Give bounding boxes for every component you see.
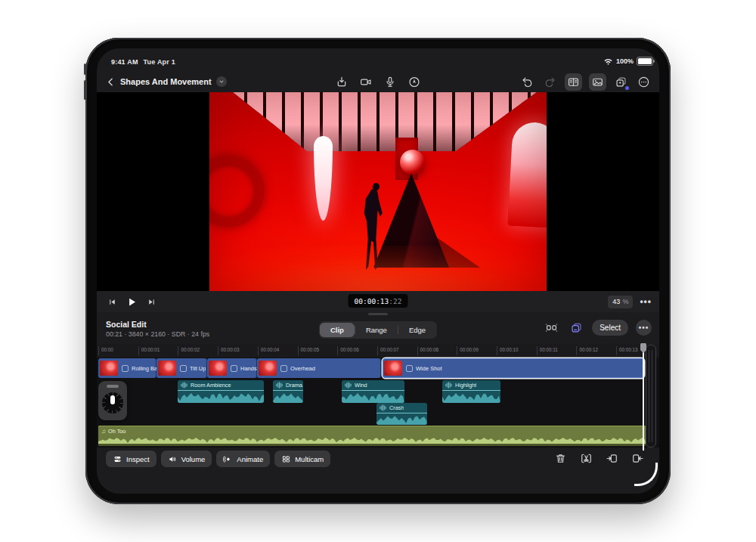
undo-icon[interactable] [519, 74, 535, 90]
import-icon[interactable] [334, 74, 350, 90]
clips-star-icon[interactable] [613, 74, 629, 90]
nav-right-icons [519, 71, 652, 92]
viewer-zoom-button[interactable]: 43 % [608, 296, 633, 308]
clip-name: Overhead [290, 365, 315, 372]
clip-name: Room Ambience [191, 382, 231, 389]
timeline-project-name: Social Edit [106, 320, 147, 329]
ruler-tick: 00:00:09 [457, 346, 457, 355]
blade-icon[interactable] [578, 451, 594, 466]
button-label: Inspect [126, 455, 150, 463]
animate-button[interactable]: Animate [216, 451, 270, 467]
project-right-controls: Select ••• [544, 320, 652, 336]
viewer-more-icon[interactable]: ••• [640, 299, 652, 305]
camera-icon[interactable] [358, 74, 374, 90]
video-clip-wide-shot[interactable]: Wide Shot [383, 358, 644, 378]
segment-range[interactable]: Range [355, 323, 398, 337]
inspect-button[interactable]: Inspect [106, 451, 156, 467]
battery-icon [637, 57, 653, 66]
ruler-tick: 00:00 [98, 346, 99, 355]
timecode-main: 00:00:13 [355, 297, 389, 305]
transport-bar: 00:00:13:22 43 % ••• [97, 291, 659, 312]
connect-overlay-icon[interactable] [569, 320, 584, 336]
status-indicators: 100% [603, 57, 653, 66]
edit-mode-segmented-control: ClipRangeEdge [319, 321, 437, 339]
playback-controls [106, 291, 158, 312]
select-button[interactable]: Select [592, 320, 628, 336]
timecode-display[interactable]: 00:00:13:22 [349, 294, 408, 308]
video-clip-rolling-ball[interactable]: Rolling Ball [98, 358, 156, 378]
jog-wheel[interactable] [98, 381, 127, 420]
video-clip-overhead[interactable]: Overhead [257, 358, 381, 378]
play-button[interactable] [125, 295, 139, 309]
audio-wave-icon [276, 382, 283, 389]
next-frame-icon[interactable] [145, 296, 158, 308]
jog-handle[interactable] [107, 385, 119, 388]
transport-right: 43 % ••• [608, 291, 652, 312]
music-clip[interactable]: ♫Oh Too [98, 426, 646, 446]
clip-badge-icon [231, 365, 237, 372]
ruler-tick: 00:00:13 [616, 346, 617, 355]
timeline-height-slider[interactable] [646, 345, 656, 448]
clip-badge-icon [180, 365, 187, 372]
clip-badge-icon [280, 365, 287, 372]
clip-name: Wind [355, 382, 367, 389]
more-icon[interactable] [636, 74, 652, 90]
notification-dot [625, 86, 629, 90]
clip-thumbnail [384, 361, 402, 376]
clip-name: Drama.. [286, 382, 303, 389]
audio-clip-crash[interactable]: Crash [376, 403, 427, 425]
battery-percent: 100% [616, 57, 634, 65]
volume-up-button [84, 63, 86, 75]
video-preview[interactable] [209, 92, 547, 291]
video-clip-hands[interactable]: Hands [207, 358, 257, 378]
clip-thumbnail [259, 361, 277, 376]
trash-icon[interactable] [553, 451, 569, 466]
timeline-more-icon[interactable]: ••• [636, 320, 652, 336]
audio-wave-icon [181, 382, 187, 389]
magnetic-timeline-icon[interactable] [544, 320, 559, 336]
timeline-ruler[interactable]: 00:0000:00:0100:00:0200:00:0300:00:0400:… [97, 344, 659, 358]
clip-name: Wide Shot [416, 365, 442, 372]
project-title[interactable]: Shapes And Movement [120, 77, 212, 86]
previous-frame-icon[interactable] [106, 296, 119, 308]
mic-icon[interactable] [383, 74, 398, 90]
segment-edge[interactable]: Edge [398, 323, 436, 337]
audio-clip-room-ambience[interactable]: Room Ambience [178, 380, 264, 403]
back-chevron-icon[interactable] [106, 77, 116, 87]
status-time: 9:41 AM [111, 58, 138, 66]
volume-button[interactable]: Volume [161, 451, 212, 467]
media-icon[interactable] [589, 73, 606, 91]
wifi-icon [603, 57, 613, 65]
nav-center-icons [334, 71, 423, 92]
audio-clip-drama-[interactable]: Drama.. [273, 380, 303, 403]
video-clip-tilt-up[interactable]: Tilt Up [156, 358, 207, 378]
multicam-button[interactable]: Multicam [274, 451, 330, 467]
viewer-area [97, 92, 659, 291]
ruler-tick: 00:00:08 [417, 346, 418, 355]
ipad-device: 9:41 AMTue Apr 1 100% Shapes And Movemen… [85, 38, 671, 504]
clip-name: Crash [389, 404, 404, 411]
title-chevron-icon[interactable] [216, 76, 227, 87]
nav-toolbar: Shapes And Movement [97, 71, 659, 92]
clip-thumbnail [158, 361, 176, 376]
panels-icon[interactable] [565, 73, 582, 91]
compass-icon[interactable] [407, 74, 423, 90]
video-track: Rolling BallTilt UpHandsOverheadWide Sho… [98, 358, 659, 378]
clip-name: Tilt Up [190, 365, 206, 372]
insert-left-icon[interactable] [604, 451, 620, 466]
audio-clip-wind[interactable]: Wind [342, 380, 404, 403]
timeline-tracks: Rolling BallTilt UpHandsOverheadWide Sho… [97, 358, 659, 448]
ruler-tick: 00:00:05 [298, 346, 299, 355]
bottom-toolbar: InspectVolumeAnimateMulticam [97, 448, 659, 494]
panel-drag-handle[interactable] [368, 313, 388, 315]
clip-name: Highlight [455, 382, 476, 389]
clip-badge-icon [406, 365, 413, 372]
timeline-project-specs: 00:21 · 3840 × 2160 · SDR · 24 fps [106, 330, 209, 338]
button-label: Volume [181, 455, 206, 463]
clip-name: Hands [240, 365, 257, 372]
audio-wave-icon [445, 382, 452, 389]
animate-icon [223, 454, 233, 464]
segment-clip[interactable]: Clip [320, 323, 355, 337]
redo-icon[interactable] [542, 74, 558, 90]
audio-clip-highlight[interactable]: Highlight [442, 380, 500, 403]
